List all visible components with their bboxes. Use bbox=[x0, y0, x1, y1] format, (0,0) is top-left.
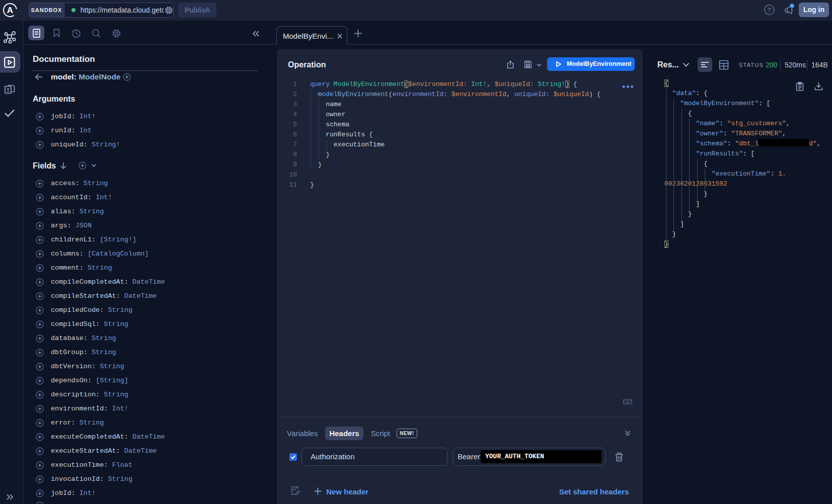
svg-text:?: ? bbox=[768, 7, 771, 14]
